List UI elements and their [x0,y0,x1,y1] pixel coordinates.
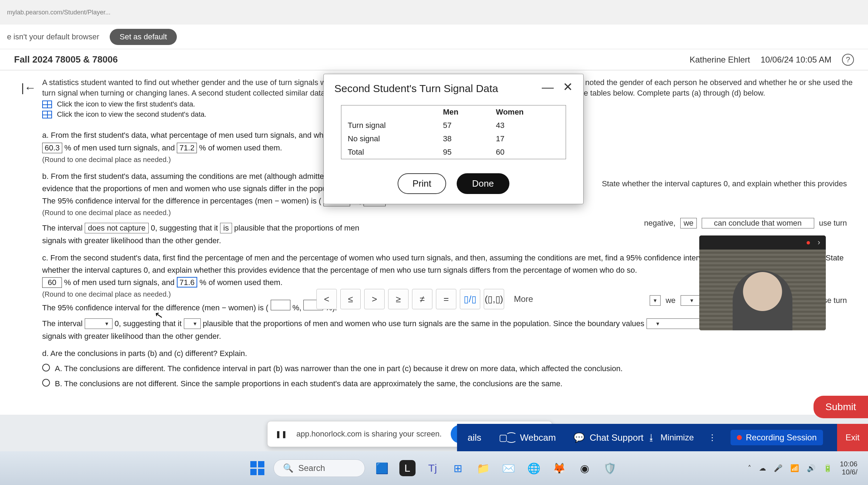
interval-text3c: plausible that the proportions of men an… [203,319,647,328]
help-icon[interactable]: ? [842,54,854,66]
palette-lt[interactable]: < [316,289,337,309]
tb-teams-icon[interactable]: Tj [425,460,441,476]
rf2-we-dd[interactable]: we [680,218,696,228]
done-button[interactable]: Done [457,173,509,194]
share-message: app.honorlock.com is sharing your screen… [296,429,442,439]
rf2-use: use turn [819,219,847,228]
table-icon [42,111,52,118]
hl-details-label: ails [468,432,481,443]
interval-capture-dropdown-b[interactable]: does not capture [85,223,149,233]
ci-c-low[interactable] [271,300,290,310]
table-icon [42,101,52,108]
hl-exit-label: Exit [846,433,860,442]
record-dot-icon [737,435,742,440]
c-men-answer[interactable]: 60 [42,277,62,288]
tray-mic-icon[interactable]: 🎤 [774,464,783,472]
palette-le[interactable]: ≤ [340,289,361,309]
tb-mail-icon[interactable]: ✉️ [501,460,517,476]
part-d-prompt: d. Are the conclusions in parts (b) and … [42,347,854,360]
data-modal: Second Student's Turn Signal Data — ✕ Me… [323,74,584,204]
collapse-panel-icon[interactable]: |← [21,81,36,95]
pip-expand-icon[interactable]: › [818,238,820,247]
windows-taskbar: 🔍 Search 🟦 L Tj ⊞ 📁 ✉️ 🌐 🦊 ◉ 🛡️ ˄ ☁ 🎤 📶 … [0,451,868,485]
tray-volume-icon[interactable]: 🔊 [807,464,816,472]
palette-fraction[interactable]: ▯/▯ [460,289,480,309]
table-row: Turn signal 57 43 [341,119,566,132]
browser-url: mylab.pearson.com/Student/Player... [7,9,110,16]
header-datetime: 10/06/24 10:05 AM [761,55,832,65]
table-row: No signal 38 17 [341,132,566,146]
palette-eq[interactable]: = [436,289,456,309]
choice-a-text: A. The conclusions are different. The co… [55,362,623,375]
choice-a-row[interactable]: A. The conclusions are different. The co… [42,362,854,375]
kebab-icon[interactable]: ⋮ [708,433,716,442]
tray-chevron-icon[interactable]: ˄ [748,464,751,472]
choice-b-text: B. The conclusions are not different. Si… [55,377,562,390]
modal-title: Second Student's Turn Signal Data [334,83,498,95]
tray-onedrive-icon[interactable]: ☁ [759,464,766,472]
boundary-dropdown[interactable]: ▼ [647,318,703,329]
taskbar-clock[interactable]: 10:06 10/6/ [840,460,857,476]
hl-webcam[interactable]: ▢⁐Webcam [499,432,556,443]
modal-minimize-icon[interactable]: — [542,83,554,91]
rf3-dd1[interactable]: ▼ [650,295,661,306]
rf2-we: we [683,219,693,228]
choice-b-row[interactable]: B. The conclusions are not different. Si… [42,377,854,390]
download-icon: ⭳ [647,433,656,442]
tb-edge-icon[interactable]: 🌐 [526,460,542,476]
pip-record-icon[interactable]: ● [806,238,810,247]
tb-copilot-icon[interactable]: 🟦 [374,460,390,476]
col-men: Men [437,105,490,119]
palette-gt[interactable]: > [364,289,385,309]
user-name: Katherine Ehlert [689,55,750,65]
modal-close-icon[interactable]: ✕ [563,83,573,91]
interval-text2: 0, suggesting that it [151,224,220,232]
rf2-neg: negative, [644,219,675,228]
webcam-pip: ● › [699,235,826,330]
recording-label: Recording Session [746,433,817,442]
second-data-label: Click the icon to view the second studen… [57,110,206,118]
palette-more[interactable]: More [508,289,539,309]
tb-store-icon[interactable]: ⊞ [450,460,466,476]
a-women-answer[interactable]: 71.2 [177,143,197,153]
taskbar-search[interactable]: 🔍 Search [274,459,365,477]
share-pause-icon[interactable]: ❚❚ [275,430,287,438]
c-text1: % of men used turn signals, and [64,278,174,287]
palette-ne[interactable]: ≠ [412,289,432,309]
palette-ge[interactable]: ≥ [388,289,409,309]
a-men-answer[interactable]: 60.3 [42,143,62,153]
clock-date: 10/6/ [840,468,857,476]
tray-battery-icon[interactable]: 🔋 [823,464,832,472]
set-default-button[interactable]: Set as default [110,29,177,45]
rf3-we: we [666,296,675,305]
rf2-conclude: can conclude that women [714,219,802,228]
hl-chat[interactable]: 💬Chat Support [573,432,643,443]
print-button[interactable]: Print [398,173,446,194]
tray-wifi-icon[interactable]: 📶 [790,464,799,472]
tb-explorer-icon[interactable]: 📁 [475,460,491,476]
tb-chrome-icon[interactable]: ◉ [577,460,593,476]
interval-text1: The interval [42,224,83,232]
rf2-conclude-dd[interactable]: can conclude that women [702,218,814,228]
search-icon: 🔍 [283,463,294,473]
interval-capture-dropdown-c[interactable]: ▼ [85,318,112,329]
recording-badge: Recording Session [731,430,823,445]
hl-exit[interactable]: Exit [837,424,868,451]
tb-app-icon[interactable]: L [399,460,416,476]
submit-button[interactable]: Submit [814,396,868,418]
is-dropdown-b[interactable]: is [220,223,232,233]
palette-interval[interactable]: (▯,▯) [484,289,504,309]
tb-firefox-icon[interactable]: 🦊 [551,460,567,476]
is-dropdown-c[interactable]: ▼ [184,318,201,329]
hl-details[interactable]: ails [468,432,481,443]
interval-text3: plausible that the proportions of men [234,224,359,232]
radio-b[interactable] [42,379,50,387]
radio-a[interactable] [42,364,50,371]
is-value-b: is [223,222,229,234]
windows-start-icon[interactable] [250,461,264,475]
tb-shield-icon[interactable]: 🛡️ [602,460,618,476]
c-text2: % of women used them. [200,278,283,287]
hl-minimize[interactable]: ⭳Minimize [647,433,694,442]
hl-webcam-label: Webcam [520,432,556,443]
c-women-answer[interactable]: 71.6 [177,277,198,287]
